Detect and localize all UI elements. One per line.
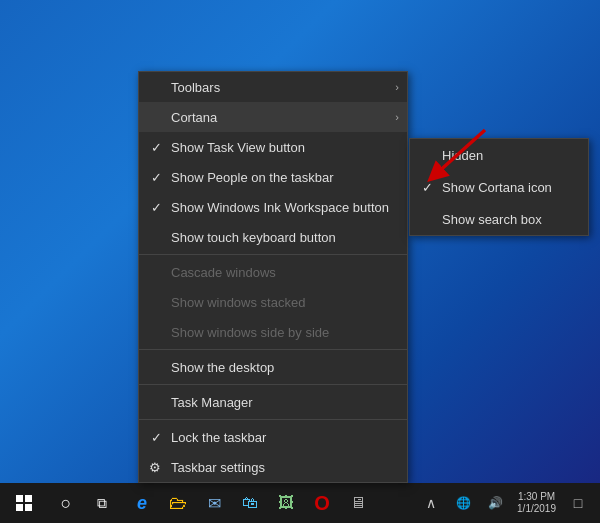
task-manager-label: Task Manager xyxy=(171,395,253,410)
toolbars-label: Toolbars xyxy=(171,80,220,95)
arrow-indicator xyxy=(415,120,495,204)
menu-item-cascade: Cascade windows xyxy=(139,257,407,287)
submenu-item-show-search-box[interactable]: Show search box xyxy=(410,203,588,235)
notification-icon[interactable]: □ xyxy=(564,483,592,523)
start-button[interactable] xyxy=(0,483,48,523)
show-search-box-label: Show search box xyxy=(442,212,542,227)
opera-letter-icon: O xyxy=(314,492,330,515)
task-view-icon: ⧉ xyxy=(97,495,107,512)
context-menu: Toolbars › Cortana › Hidden Show Cortana… xyxy=(138,71,408,483)
gear-icon: ⚙ xyxy=(149,460,161,475)
taskbar-ie-icon[interactable]: e xyxy=(124,483,160,523)
store-icon: 🛍 xyxy=(242,494,258,512)
extra-icon: 🖥 xyxy=(350,494,366,512)
taskbar-settings-label: Taskbar settings xyxy=(171,460,265,475)
taskbar-store-icon[interactable]: 🛍 xyxy=(232,483,268,523)
clock-date: 1/1/2019 xyxy=(517,503,556,515)
clock-area[interactable]: 1:30 PM 1/1/2019 xyxy=(513,491,560,515)
wifi-icon: 🌐 xyxy=(456,496,471,510)
taskbar-photos-icon[interactable]: 🖼 xyxy=(268,483,304,523)
side-by-side-label: Show windows side by side xyxy=(171,325,329,340)
circle-icon: ○ xyxy=(61,493,72,514)
show-desktop-label: Show the desktop xyxy=(171,360,274,375)
menu-item-show-people[interactable]: Show People on the taskbar xyxy=(139,162,407,192)
desktop: Toolbars › Cortana › Hidden Show Cortana… xyxy=(0,0,600,523)
taskbar-extra-icon[interactable]: 🖥 xyxy=(340,483,376,523)
show-people-label: Show People on the taskbar xyxy=(171,170,334,185)
menu-item-stacked: Show windows stacked xyxy=(139,287,407,317)
menu-item-toolbars[interactable]: Toolbars › xyxy=(139,72,407,102)
menu-item-cortana[interactable]: Cortana › Hidden Show Cortana icon Show … xyxy=(139,102,407,132)
tray-chevron-icon: ∧ xyxy=(426,495,436,511)
lock-taskbar-label: Lock the taskbar xyxy=(171,430,266,445)
volume-icon[interactable]: 🔊 xyxy=(481,483,509,523)
taskbar-mail-icon[interactable]: ✉ xyxy=(196,483,232,523)
taskbar-right-area: ∧ 🌐 🔊 1:30 PM 1/1/2019 □ xyxy=(417,483,600,523)
show-touch-label: Show touch keyboard button xyxy=(171,230,336,245)
taskbar-app-icons: e 🗁 ✉ 🛍 🖼 O 🖥 xyxy=(120,483,417,523)
separator-1 xyxy=(139,254,407,255)
photos-icon: 🖼 xyxy=(278,494,294,512)
mail-icon: ✉ xyxy=(208,494,221,513)
menu-item-task-manager[interactable]: Task Manager xyxy=(139,387,407,417)
network-icon[interactable]: 🌐 xyxy=(449,483,477,523)
chevron-right-icon: › xyxy=(395,81,399,93)
menu-item-lock-taskbar[interactable]: Lock the taskbar xyxy=(139,422,407,452)
menu-item-show-desktop[interactable]: Show the desktop xyxy=(139,352,407,382)
taskbar: ○ ⧉ e 🗁 ✉ 🛍 🖼 O xyxy=(0,483,600,523)
system-tray-icon[interactable]: ∧ xyxy=(417,483,445,523)
windows-logo-icon xyxy=(16,495,32,511)
taskbar-explorer-icon[interactable]: 🗁 xyxy=(160,483,196,523)
task-view-button[interactable]: ⧉ xyxy=(84,483,120,523)
separator-2 xyxy=(139,349,407,350)
speaker-icon: 🔊 xyxy=(488,496,503,510)
menu-item-show-task-view[interactable]: Show Task View button xyxy=(139,132,407,162)
cortana-label: Cortana xyxy=(171,110,217,125)
folder-icon: 🗁 xyxy=(169,493,187,514)
menu-item-taskbar-settings[interactable]: ⚙ Taskbar settings xyxy=(139,452,407,482)
show-task-view-label: Show Task View button xyxy=(171,140,305,155)
menu-item-show-touch[interactable]: Show touch keyboard button xyxy=(139,222,407,252)
cortana-search-button[interactable]: ○ xyxy=(48,483,84,523)
show-ink-label: Show Windows Ink Workspace button xyxy=(171,200,389,215)
chevron-right-icon-cortana: › xyxy=(395,111,399,123)
cascade-label: Cascade windows xyxy=(171,265,276,280)
menu-item-side-by-side: Show windows side by side xyxy=(139,317,407,347)
stacked-label: Show windows stacked xyxy=(171,295,305,310)
ie-letter-icon: e xyxy=(137,493,147,514)
menu-item-show-ink[interactable]: Show Windows Ink Workspace button xyxy=(139,192,407,222)
separator-4 xyxy=(139,419,407,420)
svg-line-1 xyxy=(435,130,485,175)
action-center-icon: □ xyxy=(574,495,582,511)
clock-time: 1:30 PM xyxy=(518,491,555,503)
separator-3 xyxy=(139,384,407,385)
taskbar-opera-icon[interactable]: O xyxy=(304,483,340,523)
